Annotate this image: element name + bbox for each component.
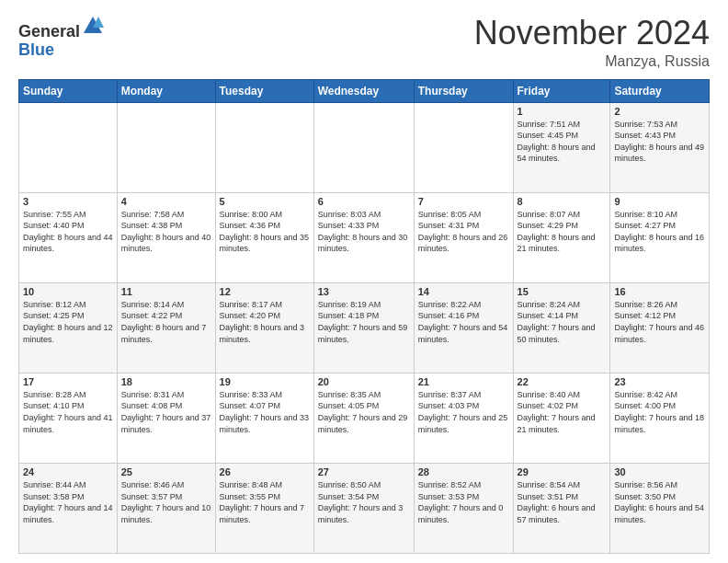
logo: General Blue — [18, 15, 104, 60]
day-info: Sunrise: 8:48 AM Sunset: 3:55 PM Dayligh… — [220, 479, 310, 525]
day-info: Sunrise: 8:26 AM Sunset: 4:12 PM Dayligh… — [614, 299, 705, 345]
table-row: 23Sunrise: 8:42 AM Sunset: 4:00 PM Dayli… — [610, 373, 710, 463]
table-row: 13Sunrise: 8:19 AM Sunset: 4:18 PM Dayli… — [313, 282, 414, 373]
day-info: Sunrise: 8:28 AM Sunset: 4:10 PM Dayligh… — [23, 389, 113, 435]
logo-icon — [82, 15, 104, 37]
day-number: 25 — [121, 466, 211, 477]
logo-general: General — [18, 22, 80, 40]
col-saturday: Saturday — [610, 79, 710, 102]
day-number: 3 — [23, 196, 113, 207]
logo-blue-label: Blue — [18, 40, 54, 59]
day-info: Sunrise: 8:33 AM Sunset: 4:07 PM Dayligh… — [220, 389, 310, 435]
day-info: Sunrise: 8:40 AM Sunset: 4:02 PM Dayligh… — [518, 389, 607, 435]
day-info: Sunrise: 8:19 AM Sunset: 4:18 PM Dayligh… — [318, 299, 410, 345]
table-row: 30Sunrise: 8:56 AM Sunset: 3:50 PM Dayli… — [610, 463, 710, 553]
calendar-week-row: 10Sunrise: 8:12 AM Sunset: 4:25 PM Dayli… — [19, 282, 710, 373]
day-info: Sunrise: 8:35 AM Sunset: 4:05 PM Dayligh… — [318, 389, 410, 435]
table-row — [19, 102, 118, 192]
day-number: 9 — [614, 196, 705, 207]
col-monday: Monday — [117, 79, 215, 102]
day-number: 12 — [220, 286, 310, 297]
table-row: 7Sunrise: 8:05 AM Sunset: 4:31 PM Daylig… — [414, 192, 513, 282]
table-row — [117, 102, 215, 192]
day-number: 24 — [23, 466, 113, 477]
col-friday: Friday — [513, 79, 610, 102]
day-number: 22 — [518, 376, 607, 387]
day-number: 18 — [121, 376, 211, 387]
day-number: 14 — [418, 286, 509, 297]
col-wednesday: Wednesday — [313, 79, 414, 102]
table-row: 8Sunrise: 8:07 AM Sunset: 4:29 PM Daylig… — [513, 192, 610, 282]
calendar-week-row: 24Sunrise: 8:44 AM Sunset: 3:58 PM Dayli… — [19, 463, 710, 553]
table-row: 18Sunrise: 8:31 AM Sunset: 4:08 PM Dayli… — [117, 373, 215, 463]
table-row — [313, 102, 414, 192]
table-row: 24Sunrise: 8:44 AM Sunset: 3:58 PM Dayli… — [19, 463, 118, 553]
table-row: 1Sunrise: 7:51 AM Sunset: 4:45 PM Daylig… — [513, 102, 610, 192]
calendar-header-row: Sunday Monday Tuesday Wednesday Thursday… — [19, 79, 710, 102]
table-row: 17Sunrise: 8:28 AM Sunset: 4:10 PM Dayli… — [19, 373, 118, 463]
day-info: Sunrise: 8:46 AM Sunset: 3:57 PM Dayligh… — [121, 479, 211, 525]
table-row: 29Sunrise: 8:54 AM Sunset: 3:51 PM Dayli… — [513, 463, 610, 553]
day-number: 13 — [318, 286, 410, 297]
table-row: 12Sunrise: 8:17 AM Sunset: 4:20 PM Dayli… — [215, 282, 313, 373]
day-info: Sunrise: 8:44 AM Sunset: 3:58 PM Dayligh… — [23, 479, 113, 525]
day-info: Sunrise: 8:37 AM Sunset: 4:03 PM Dayligh… — [418, 389, 509, 435]
day-number: 28 — [418, 466, 509, 477]
day-info: Sunrise: 8:12 AM Sunset: 4:25 PM Dayligh… — [23, 299, 113, 345]
day-info: Sunrise: 8:22 AM Sunset: 4:16 PM Dayligh… — [418, 299, 509, 345]
day-number: 26 — [220, 466, 310, 477]
page: General Blue November 2024 Manzya, Russi… — [0, 0, 728, 563]
table-row: 10Sunrise: 8:12 AM Sunset: 4:25 PM Dayli… — [19, 282, 118, 373]
table-row: 4Sunrise: 7:58 AM Sunset: 4:38 PM Daylig… — [117, 192, 215, 282]
table-row: 14Sunrise: 8:22 AM Sunset: 4:16 PM Dayli… — [414, 282, 513, 373]
day-info: Sunrise: 8:10 AM Sunset: 4:27 PM Dayligh… — [614, 209, 705, 255]
calendar-week-row: 1Sunrise: 7:51 AM Sunset: 4:45 PM Daylig… — [19, 102, 710, 192]
col-tuesday: Tuesday — [215, 79, 313, 102]
day-number: 20 — [318, 376, 410, 387]
day-info: Sunrise: 7:55 AM Sunset: 4:40 PM Dayligh… — [23, 209, 113, 255]
calendar-week-row: 17Sunrise: 8:28 AM Sunset: 4:10 PM Dayli… — [19, 373, 710, 463]
day-number: 7 — [418, 196, 509, 207]
calendar-week-row: 3Sunrise: 7:55 AM Sunset: 4:40 PM Daylig… — [19, 192, 710, 282]
logo-blue-text: Blue — [18, 41, 104, 60]
day-info: Sunrise: 8:50 AM Sunset: 3:54 PM Dayligh… — [318, 479, 410, 525]
table-row: 22Sunrise: 8:40 AM Sunset: 4:02 PM Dayli… — [513, 373, 610, 463]
logo-text: General — [18, 15, 104, 41]
day-number: 27 — [318, 466, 410, 477]
table-row: 20Sunrise: 8:35 AM Sunset: 4:05 PM Dayli… — [313, 373, 414, 463]
title-block: November 2024 Manzya, Russia — [474, 15, 710, 70]
day-number: 11 — [121, 286, 211, 297]
day-number: 23 — [614, 376, 705, 387]
day-number: 17 — [23, 376, 113, 387]
table-row: 28Sunrise: 8:52 AM Sunset: 3:53 PM Dayli… — [414, 463, 513, 553]
day-info: Sunrise: 8:17 AM Sunset: 4:20 PM Dayligh… — [220, 299, 310, 345]
day-info: Sunrise: 8:14 AM Sunset: 4:22 PM Dayligh… — [121, 299, 211, 345]
day-info: Sunrise: 8:31 AM Sunset: 4:08 PM Dayligh… — [121, 389, 211, 435]
table-row: 6Sunrise: 8:03 AM Sunset: 4:33 PM Daylig… — [313, 192, 414, 282]
table-row: 9Sunrise: 8:10 AM Sunset: 4:27 PM Daylig… — [610, 192, 710, 282]
day-number: 29 — [518, 466, 607, 477]
day-number: 19 — [220, 376, 310, 387]
day-number: 21 — [418, 376, 509, 387]
table-row: 11Sunrise: 8:14 AM Sunset: 4:22 PM Dayli… — [117, 282, 215, 373]
day-number: 4 — [121, 196, 211, 207]
day-info: Sunrise: 8:52 AM Sunset: 3:53 PM Dayligh… — [418, 479, 509, 525]
calendar-table: Sunday Monday Tuesday Wednesday Thursday… — [18, 79, 710, 554]
day-info: Sunrise: 8:42 AM Sunset: 4:00 PM Dayligh… — [614, 389, 705, 435]
day-number: 5 — [220, 196, 310, 207]
col-thursday: Thursday — [414, 79, 513, 102]
table-row — [215, 102, 313, 192]
table-row: 16Sunrise: 8:26 AM Sunset: 4:12 PM Dayli… — [610, 282, 710, 373]
header: General Blue November 2024 Manzya, Russi… — [18, 15, 710, 70]
table-row: 19Sunrise: 8:33 AM Sunset: 4:07 PM Dayli… — [215, 373, 313, 463]
day-number: 2 — [614, 106, 705, 117]
table-row: 5Sunrise: 8:00 AM Sunset: 4:36 PM Daylig… — [215, 192, 313, 282]
day-number: 30 — [614, 466, 705, 477]
table-row: 15Sunrise: 8:24 AM Sunset: 4:14 PM Dayli… — [513, 282, 610, 373]
table-row: 3Sunrise: 7:55 AM Sunset: 4:40 PM Daylig… — [19, 192, 118, 282]
day-number: 6 — [318, 196, 410, 207]
day-info: Sunrise: 8:24 AM Sunset: 4:14 PM Dayligh… — [518, 299, 607, 345]
day-info: Sunrise: 7:58 AM Sunset: 4:38 PM Dayligh… — [121, 209, 211, 255]
day-info: Sunrise: 7:51 AM Sunset: 4:45 PM Dayligh… — [518, 119, 607, 165]
month-title: November 2024 — [474, 15, 710, 52]
